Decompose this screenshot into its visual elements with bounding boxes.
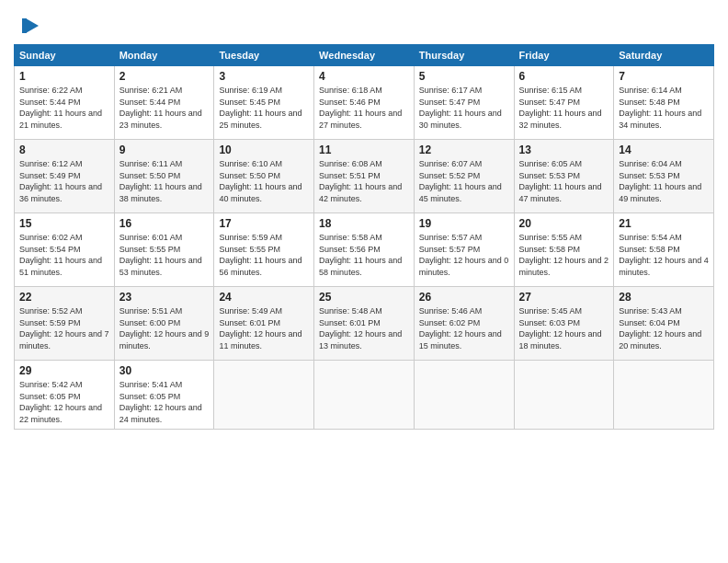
calendar-cell: 13 Sunrise: 6:05 AM Sunset: 5:53 PM Dayl…	[514, 140, 614, 213]
day-number: 19	[419, 217, 509, 230]
calendar-week-row: 15 Sunrise: 6:02 AM Sunset: 5:54 PM Dayl…	[15, 213, 714, 287]
day-number: 2	[119, 70, 210, 83]
day-number: 17	[219, 217, 309, 230]
day-number: 9	[119, 144, 210, 156]
page: SundayMondayTuesdayWednesdayThursdayFrid…	[0, 0, 728, 563]
calendar-cell: 22 Sunrise: 5:52 AM Sunset: 5:59 PM Dayl…	[15, 287, 115, 361]
calendar-cell: 2 Sunrise: 6:21 AM Sunset: 5:44 PM Dayli…	[114, 66, 214, 140]
day-info: Sunrise: 6:22 AM Sunset: 5:44 PM Dayligh…	[19, 85, 109, 131]
calendar-header-thursday: Thursday	[414, 45, 514, 66]
logo-icon	[17, 13, 42, 39]
calendar-header-monday: Monday	[114, 45, 214, 66]
day-number: 15	[19, 217, 109, 230]
day-number: 28	[619, 291, 709, 304]
day-number: 26	[419, 291, 509, 304]
day-info: Sunrise: 5:45 AM Sunset: 6:03 PM Dayligh…	[519, 305, 609, 351]
calendar-cell: 30 Sunrise: 5:41 AM Sunset: 6:05 PM Dayl…	[114, 361, 214, 430]
day-info: Sunrise: 5:58 AM Sunset: 5:56 PM Dayligh…	[319, 232, 409, 278]
day-number: 11	[319, 144, 409, 156]
day-number: 8	[19, 144, 109, 156]
day-info: Sunrise: 6:15 AM Sunset: 5:47 PM Dayligh…	[519, 85, 609, 131]
day-number: 6	[519, 70, 609, 83]
calendar-cell: 6 Sunrise: 6:15 AM Sunset: 5:47 PM Dayli…	[514, 66, 614, 140]
calendar-cell: 29 Sunrise: 5:42 AM Sunset: 6:05 PM Dayl…	[15, 361, 115, 430]
calendar-cell: 18 Sunrise: 5:58 AM Sunset: 5:56 PM Dayl…	[314, 213, 415, 287]
calendar-cell: 21 Sunrise: 5:54 AM Sunset: 5:58 PM Dayl…	[614, 213, 714, 287]
calendar-cell: 16 Sunrise: 6:01 AM Sunset: 5:55 PM Dayl…	[114, 213, 214, 287]
calendar-cell: 19 Sunrise: 5:57 AM Sunset: 5:57 PM Dayl…	[414, 213, 514, 287]
calendar-header-sunday: Sunday	[15, 45, 115, 66]
day-number: 14	[619, 144, 709, 156]
day-info: Sunrise: 6:12 AM Sunset: 5:49 PM Dayligh…	[19, 158, 109, 204]
day-info: Sunrise: 6:04 AM Sunset: 5:53 PM Dayligh…	[619, 158, 709, 204]
calendar-cell: 10 Sunrise: 6:10 AM Sunset: 5:50 PM Dayl…	[214, 140, 314, 213]
calendar-header-tuesday: Tuesday	[214, 45, 314, 66]
day-info: Sunrise: 5:51 AM Sunset: 6:00 PM Dayligh…	[119, 305, 210, 351]
logo	[14, 13, 42, 39]
day-number: 22	[19, 291, 109, 304]
day-info: Sunrise: 6:10 AM Sunset: 5:50 PM Dayligh…	[219, 158, 309, 204]
calendar-cell: 28 Sunrise: 5:43 AM Sunset: 6:04 PM Dayl…	[614, 287, 714, 361]
day-info: Sunrise: 5:54 AM Sunset: 5:58 PM Dayligh…	[619, 232, 709, 278]
day-info: Sunrise: 5:49 AM Sunset: 6:01 PM Dayligh…	[219, 305, 309, 351]
calendar-week-row: 8 Sunrise: 6:12 AM Sunset: 5:49 PM Dayli…	[15, 140, 714, 213]
calendar-header-row: SundayMondayTuesdayWednesdayThursdayFrid…	[15, 45, 714, 66]
day-info: Sunrise: 5:59 AM Sunset: 5:55 PM Dayligh…	[219, 232, 309, 278]
day-number: 18	[319, 217, 409, 230]
calendar-cell: 27 Sunrise: 5:45 AM Sunset: 6:03 PM Dayl…	[514, 287, 614, 361]
svg-rect-1	[22, 18, 27, 33]
day-info: Sunrise: 6:07 AM Sunset: 5:52 PM Dayligh…	[419, 158, 509, 204]
day-info: Sunrise: 6:17 AM Sunset: 5:47 PM Dayligh…	[419, 85, 509, 131]
calendar-cell: 1 Sunrise: 6:22 AM Sunset: 5:44 PM Dayli…	[15, 66, 115, 140]
day-info: Sunrise: 5:52 AM Sunset: 5:59 PM Dayligh…	[19, 305, 109, 351]
calendar-cell: 5 Sunrise: 6:17 AM Sunset: 5:47 PM Dayli…	[414, 66, 514, 140]
calendar-cell	[414, 361, 514, 430]
svg-marker-0	[26, 18, 39, 33]
calendar-cell: 17 Sunrise: 5:59 AM Sunset: 5:55 PM Dayl…	[214, 213, 314, 287]
day-info: Sunrise: 6:19 AM Sunset: 5:45 PM Dayligh…	[219, 85, 309, 131]
calendar-week-row: 22 Sunrise: 5:52 AM Sunset: 5:59 PM Dayl…	[15, 287, 714, 361]
calendar-cell: 24 Sunrise: 5:49 AM Sunset: 6:01 PM Dayl…	[214, 287, 314, 361]
day-info: Sunrise: 5:42 AM Sunset: 6:05 PM Dayligh…	[19, 379, 109, 425]
day-number: 12	[419, 144, 509, 156]
calendar-cell: 20 Sunrise: 5:55 AM Sunset: 5:58 PM Dayl…	[514, 213, 614, 287]
header	[14, 9, 714, 39]
day-info: Sunrise: 5:57 AM Sunset: 5:57 PM Dayligh…	[419, 232, 509, 278]
day-info: Sunrise: 6:05 AM Sunset: 5:53 PM Dayligh…	[519, 158, 609, 204]
day-info: Sunrise: 6:21 AM Sunset: 5:44 PM Dayligh…	[119, 85, 210, 131]
day-number: 7	[619, 70, 709, 83]
day-number: 10	[219, 144, 309, 156]
calendar-header-saturday: Saturday	[614, 45, 714, 66]
day-info: Sunrise: 5:55 AM Sunset: 5:58 PM Dayligh…	[519, 232, 609, 278]
day-number: 27	[519, 291, 609, 304]
day-number: 24	[219, 291, 309, 304]
calendar-cell	[314, 361, 415, 430]
calendar-table: SundayMondayTuesdayWednesdayThursdayFrid…	[14, 44, 714, 430]
day-number: 25	[319, 291, 409, 304]
calendar-header-friday: Friday	[514, 45, 614, 66]
day-number: 1	[19, 70, 109, 83]
day-info: Sunrise: 6:08 AM Sunset: 5:51 PM Dayligh…	[319, 158, 409, 204]
day-number: 21	[619, 217, 709, 230]
day-number: 29	[19, 364, 109, 377]
day-number: 30	[119, 364, 210, 377]
calendar-cell	[514, 361, 614, 430]
calendar-cell	[214, 361, 314, 430]
calendar-cell: 14 Sunrise: 6:04 AM Sunset: 5:53 PM Dayl…	[614, 140, 714, 213]
calendar-cell: 23 Sunrise: 5:51 AM Sunset: 6:00 PM Dayl…	[114, 287, 214, 361]
calendar-cell: 11 Sunrise: 6:08 AM Sunset: 5:51 PM Dayl…	[314, 140, 415, 213]
calendar-cell: 12 Sunrise: 6:07 AM Sunset: 5:52 PM Dayl…	[414, 140, 514, 213]
day-number: 4	[319, 70, 409, 83]
calendar-cell: 15 Sunrise: 6:02 AM Sunset: 5:54 PM Dayl…	[15, 213, 115, 287]
day-info: Sunrise: 6:18 AM Sunset: 5:46 PM Dayligh…	[319, 85, 409, 131]
calendar-header-wednesday: Wednesday	[314, 45, 415, 66]
calendar-cell: 7 Sunrise: 6:14 AM Sunset: 5:48 PM Dayli…	[614, 66, 714, 140]
day-info: Sunrise: 6:14 AM Sunset: 5:48 PM Dayligh…	[619, 85, 709, 131]
calendar-cell: 3 Sunrise: 6:19 AM Sunset: 5:45 PM Dayli…	[214, 66, 314, 140]
calendar-cell: 8 Sunrise: 6:12 AM Sunset: 5:49 PM Dayli…	[15, 140, 115, 213]
calendar-cell: 9 Sunrise: 6:11 AM Sunset: 5:50 PM Dayli…	[114, 140, 214, 213]
calendar-week-row: 29 Sunrise: 5:42 AM Sunset: 6:05 PM Dayl…	[15, 361, 714, 430]
calendar-cell: 4 Sunrise: 6:18 AM Sunset: 5:46 PM Dayli…	[314, 66, 415, 140]
day-number: 23	[119, 291, 210, 304]
day-info: Sunrise: 6:01 AM Sunset: 5:55 PM Dayligh…	[119, 232, 210, 278]
